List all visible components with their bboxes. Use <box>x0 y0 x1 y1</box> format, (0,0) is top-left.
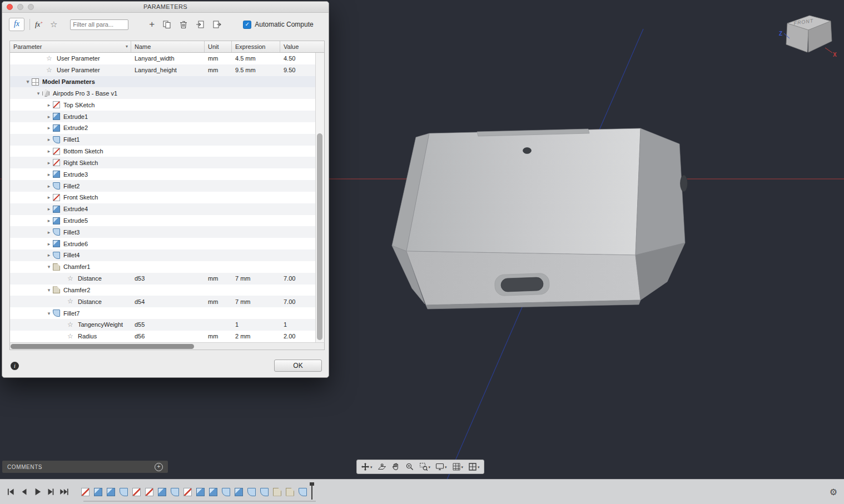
cell-name[interactable]: Lanyard_width <box>131 55 205 62</box>
chevron-right-icon[interactable]: ▸ <box>45 160 53 166</box>
chevron-right-icon[interactable]: ▸ <box>45 148 53 154</box>
timeline-fillet-icon[interactable] <box>299 488 307 496</box>
vertical-scrollbar[interactable] <box>315 53 324 342</box>
close-window-button[interactable] <box>7 4 13 10</box>
table-row[interactable]: ▸Extrude3 <box>10 168 315 180</box>
chevron-down-icon[interactable]: ▾ <box>24 79 32 84</box>
table-row[interactable]: ▸Extrude5 <box>10 215 315 227</box>
ok-button[interactable]: OK <box>274 360 322 372</box>
table-row[interactable]: ▸Fillet1 <box>10 134 315 146</box>
grid-settings-button[interactable]: ▾ <box>450 461 466 472</box>
timeline-fillet-icon[interactable] <box>171 488 179 496</box>
table-row[interactable]: ☆Radiusd56mm2 mm2.00 <box>10 331 315 342</box>
chevron-right-icon[interactable]: ▸ <box>45 252 53 258</box>
table-row[interactable]: ▸Fillet2 <box>10 180 315 192</box>
table-row[interactable]: ▸Top SKetch <box>10 99 315 111</box>
viewports-button[interactable]: ▾ <box>466 461 482 472</box>
chevron-right-icon[interactable]: ▸ <box>45 218 53 223</box>
cell-name[interactable]: d53 <box>131 275 205 282</box>
table-row[interactable]: ▸Extrude2 <box>10 122 315 134</box>
timeline-extrude-icon[interactable] <box>107 488 115 496</box>
delete-parameter-icon[interactable] <box>179 20 188 29</box>
cell-expression[interactable]: 4.5 mm <box>232 55 280 62</box>
chevron-down-icon[interactable]: ▾ <box>45 287 53 293</box>
cell-name[interactable]: d55 <box>131 321 205 328</box>
timeline-extrude-icon[interactable] <box>94 488 102 496</box>
import-csv-icon[interactable] <box>196 20 205 29</box>
column-sort-caret-icon[interactable]: ▾ <box>126 41 128 52</box>
table-row[interactable]: ▸Extrude6 <box>10 238 315 249</box>
zoom-window-button-titlebar[interactable] <box>28 4 34 10</box>
timeline-fillet-icon[interactable] <box>222 488 230 496</box>
timeline-settings-gear-icon[interactable]: ⚙ <box>830 487 837 497</box>
table-row[interactable]: ▾Fillet7 <box>10 307 315 319</box>
cell-name[interactable]: d54 <box>131 298 205 305</box>
table-row[interactable]: ▸Extrude4 <box>10 203 315 215</box>
chevron-down-icon[interactable]: ▾ <box>45 264 53 270</box>
table-row[interactable]: ▸Front Sketch <box>10 192 315 203</box>
chevron-right-icon[interactable]: ▸ <box>45 241 53 247</box>
column-header-unit[interactable]: Unit <box>205 41 232 52</box>
timeline-sketch-icon[interactable] <box>81 488 90 496</box>
timeline-chamfer-icon[interactable] <box>286 488 294 496</box>
view-cube[interactable]: FRONT Z X <box>777 8 840 59</box>
table-row[interactable]: ▸Fillet4 <box>10 249 315 261</box>
timeline-extrude-icon[interactable] <box>196 488 205 496</box>
cell-expression[interactable]: 9.5 mm <box>232 67 280 73</box>
comments-bar[interactable]: COMMENTS + <box>2 461 168 473</box>
look-at-button[interactable] <box>375 461 389 472</box>
vertical-scrollbar-thumb[interactable] <box>317 133 322 340</box>
zoom-button[interactable] <box>403 461 416 472</box>
step-forward-button[interactable] <box>46 487 56 497</box>
timeline-sketch-icon[interactable] <box>132 488 141 496</box>
automatic-compute-checkbox[interactable]: ✓ <box>243 21 251 29</box>
chevron-right-icon[interactable]: ▸ <box>45 137 53 142</box>
add-parameter-icon[interactable]: + <box>149 20 155 29</box>
play-button[interactable] <box>32 487 42 497</box>
chevron-right-icon[interactable]: ▸ <box>45 172 53 177</box>
timeline-sketch-icon[interactable] <box>183 488 192 496</box>
table-row[interactable]: ▸Right Sketch <box>10 157 315 168</box>
timeline-extrude-icon[interactable] <box>209 488 217 496</box>
timeline-chamfer-icon[interactable] <box>273 488 281 496</box>
table-row[interactable]: ▾Chamfer1 <box>10 261 315 273</box>
table-row[interactable]: ▾Airpods Pro 3 - Base v1 <box>10 87 315 99</box>
table-row[interactable]: ☆Distanced54mm7 mm7.00 <box>10 296 315 307</box>
display-settings-button[interactable]: ▾ <box>433 461 449 472</box>
add-user-parameter-button[interactable]: fx <box>9 18 24 31</box>
filter-input[interactable] <box>70 19 128 30</box>
timeline-track[interactable] <box>83 501 316 502</box>
copy-parameter-icon[interactable] <box>162 20 171 29</box>
chevron-right-icon[interactable]: ▸ <box>45 125 53 131</box>
table-row[interactable]: ☆TangencyWeightd5511 <box>10 319 315 331</box>
horizontal-scrollbar-thumb[interactable] <box>11 344 194 349</box>
column-header-value[interactable]: Value <box>280 41 325 52</box>
timeline-position-marker[interactable] <box>311 484 312 500</box>
cell-name[interactable]: Lanyard_height <box>131 67 205 73</box>
chevron-right-icon[interactable]: ▸ <box>45 114 53 119</box>
table-row[interactable]: ▸Extrude1 <box>10 111 315 122</box>
cell-name[interactable]: d56 <box>131 333 205 340</box>
timeline-fillet-icon[interactable] <box>120 488 128 496</box>
column-header-name[interactable]: Name <box>131 41 205 52</box>
column-header-parameter[interactable]: Parameter▾ <box>10 41 131 52</box>
timeline-fillet-icon[interactable] <box>260 488 269 496</box>
table-row[interactable]: ☆User ParameterLanyard_widthmm4.5 mm4.50 <box>10 53 315 64</box>
timeline-fillet-icon[interactable] <box>247 488 256 496</box>
timeline-extrude-icon[interactable] <box>158 488 166 496</box>
chevron-right-icon[interactable]: ▸ <box>45 206 53 212</box>
table-row[interactable]: ▸Bottom Sketch <box>10 146 315 157</box>
dialog-titlebar[interactable]: PARAMETERS <box>2 2 329 13</box>
column-header-expression[interactable]: Expression <box>232 41 280 52</box>
orbit-button[interactable] <box>389 461 403 472</box>
timeline-sketch-icon[interactable] <box>145 488 153 496</box>
chevron-down-icon[interactable]: ▾ <box>45 311 53 316</box>
go-to-end-button[interactable] <box>59 487 69 497</box>
minimize-window-button[interactable] <box>17 4 23 10</box>
table-row[interactable]: ▾Model Parameters <box>10 76 315 88</box>
automatic-compute-toggle[interactable]: ✓ Automatic Compute <box>243 21 313 29</box>
cell-expression[interactable]: 7 mm <box>232 298 280 305</box>
zoom-window-button[interactable]: ▾ <box>417 461 433 472</box>
add-comment-icon[interactable]: + <box>155 463 163 471</box>
chevron-right-icon[interactable]: ▸ <box>45 183 53 189</box>
